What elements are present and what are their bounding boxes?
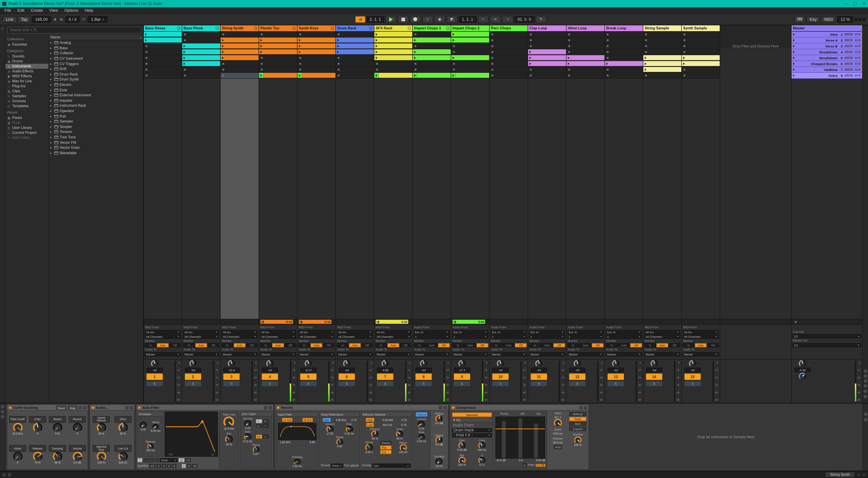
- track-header[interactable]: Drum Rack: [336, 25, 374, 32]
- midi-map-button[interactable]: MIDI: [821, 16, 836, 22]
- clip-slot[interactable]: [221, 67, 258, 73]
- clip-slot[interactable]: [451, 37, 489, 43]
- chorus-header[interactable]: Chorus: [416, 412, 427, 417]
- clip[interactable]: [221, 55, 258, 60]
- ratio-knob[interactable]: [555, 420, 561, 426]
- monitor-off-button[interactable]: Off: [592, 343, 603, 347]
- expand-caret-icon[interactable]: ▶: [50, 47, 53, 49]
- monitor-auto-button[interactable]: Auto: [541, 343, 553, 347]
- clip-slot[interactable]: [221, 73, 258, 79]
- expand-caret-icon[interactable]: ▶: [50, 152, 53, 154]
- clip-slot[interactable]: [528, 61, 566, 67]
- clip[interactable]: [413, 55, 451, 60]
- output-chooser[interactable]: Master▼: [337, 352, 373, 356]
- macro-knob[interactable]: [119, 453, 127, 460]
- clip-slot[interactable]: [336, 61, 374, 67]
- clip-slot[interactable]: [566, 55, 604, 61]
- drywet-knob[interactable]: [575, 437, 581, 443]
- volume-display[interactable]: -Inf: [492, 368, 508, 372]
- track-header[interactable]: Bass Plonk: [182, 25, 220, 32]
- device-rail-icon[interactable]: [1, 410, 4, 413]
- sidebar-item-push[interactable]: ▥Push: [5, 120, 49, 125]
- volume-display[interactable]: -9.17: [300, 368, 316, 372]
- monitor-in-button[interactable]: In: [529, 343, 541, 347]
- fold-icon[interactable]: [254, 27, 257, 30]
- browser-list-item[interactable]: ▶Drift: [49, 66, 143, 72]
- fold-icon[interactable]: [216, 27, 219, 30]
- sidebar-item-favorites[interactable]: ◆Favorites: [5, 42, 49, 47]
- sidebar-item-user-library[interactable]: ◫User Library: [5, 125, 49, 130]
- clip[interactable]: [336, 43, 374, 49]
- clip[interactable]: [221, 43, 258, 49]
- clip-slot[interactable]: [682, 43, 720, 49]
- beat-8-button[interactable]: 8: [187, 464, 191, 468]
- output-chooser[interactable]: Master▼: [452, 352, 488, 356]
- pan-knob[interactable]: [613, 361, 618, 366]
- scene-row[interactable]: Verse B3165.004 / 4: [792, 43, 862, 49]
- clip[interactable]: [182, 43, 220, 49]
- browser-list-item[interactable]: ▶Instrument Rack: [49, 103, 143, 108]
- scene-row[interactable]: Breakdown5165.004 / 4: [792, 55, 862, 61]
- clip-slot[interactable]: [144, 32, 182, 37]
- track-activator[interactable]: 3: [223, 374, 240, 380]
- monitor-auto-button[interactable]: Auto: [503, 343, 515, 347]
- input-channel-chooser[interactable]: All Channels▼: [183, 334, 219, 338]
- scene-launch-icon[interactable]: [793, 45, 795, 48]
- fold-icon[interactable]: [408, 27, 411, 30]
- browser-list-item[interactable]: ▶CV Triggers: [49, 61, 143, 66]
- input-type-chooser[interactable]: All Ins▼: [221, 330, 258, 334]
- clip[interactable]: [374, 55, 412, 60]
- clip-slot[interactable]: [528, 37, 566, 43]
- clip-slot[interactable]: [605, 61, 643, 67]
- track-header[interactable]: String Synth: [221, 25, 258, 32]
- link-button[interactable]: Link: [3, 16, 17, 22]
- menu-edit[interactable]: Edit: [14, 8, 28, 12]
- sidebar-item-midi-effects[interactable]: ◧MIDI Effects: [5, 74, 49, 79]
- clip[interactable]: [221, 37, 258, 42]
- filter-type-icon[interactable]: ◠: [137, 458, 143, 462]
- expand-caret-icon[interactable]: ▶: [50, 105, 53, 107]
- expand-caret-icon[interactable]: ▶: [50, 115, 53, 117]
- clip-slot[interactable]: [374, 55, 412, 61]
- monitor-auto-button[interactable]: Auto: [656, 343, 668, 347]
- scene-launch-icon[interactable]: [793, 74, 795, 77]
- clip-slot[interactable]: [643, 67, 681, 73]
- help-icon[interactable]: [862, 473, 866, 476]
- clip-slot[interactable]: [221, 37, 258, 43]
- track-header[interactable]: Impact Chops 2: [451, 25, 489, 32]
- clip-slot[interactable]: [528, 43, 566, 49]
- device-title-bar[interactable]: Reverb: [275, 405, 448, 411]
- clip-slot[interactable]: [259, 32, 297, 37]
- expand-caret-icon[interactable]: ▶: [50, 147, 53, 149]
- freq-knob[interactable]: [224, 417, 234, 426]
- device-on-led[interactable]: [8, 406, 12, 409]
- quantize-3-button[interactable]: 3: [167, 464, 171, 468]
- knob[interactable]: [459, 443, 465, 448]
- track-header[interactable]: Break Loop: [605, 25, 643, 32]
- clip-slot[interactable]: [682, 61, 720, 67]
- knob[interactable]: [400, 445, 406, 450]
- clip[interactable]: [682, 61, 720, 66]
- monitor-auto-button[interactable]: Auto: [388, 343, 399, 347]
- browser-list-item[interactable]: ▶Bass: [49, 46, 143, 51]
- clip-slot[interactable]: [566, 73, 604, 79]
- mixer-section-toggle-icon[interactable]: [864, 369, 867, 372]
- punch-out-icon[interactable]: ¬: [502, 16, 513, 23]
- input-channel-chooser[interactable]: All Channels▼: [375, 334, 411, 338]
- browser-collapse-rail[interactable]: ▾: [0, 25, 5, 403]
- monitor-auto-button[interactable]: Auto: [272, 343, 284, 347]
- device-fold-icon[interactable]: [264, 406, 267, 409]
- smooth-chooser[interactable]: None▼: [331, 464, 343, 468]
- clip-slot[interactable]: [374, 73, 412, 79]
- hicut-button[interactable]: Hi Cut: [303, 418, 313, 422]
- knob[interactable]: [479, 443, 485, 448]
- fold-icon[interactable]: [369, 27, 373, 30]
- track-activator[interactable]: 10: [492, 374, 508, 380]
- clip-slot[interactable]: [374, 37, 412, 43]
- auto-release-button[interactable]: Auto: [554, 445, 562, 449]
- pan-knob[interactable]: [190, 361, 196, 366]
- close-button[interactable]: ✕: [862, 1, 866, 6]
- device-fold-icon[interactable]: [580, 406, 583, 409]
- device-fold-icon[interactable]: [125, 406, 128, 409]
- fold-icon[interactable]: [292, 27, 296, 30]
